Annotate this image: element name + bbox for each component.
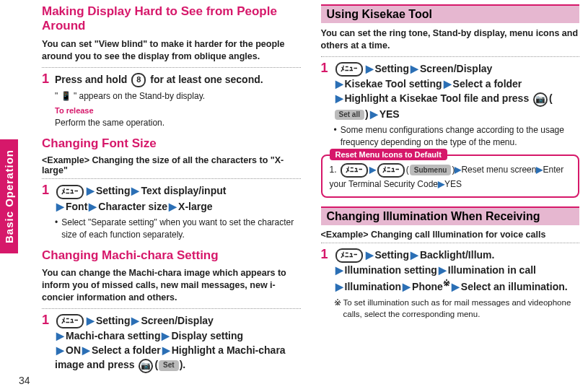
- rsec1-title: Using Kisekae Tool: [321, 4, 580, 23]
- path-font: Font: [66, 201, 87, 212]
- sec2-title: Changing Font Size: [42, 136, 301, 151]
- reset-box: Reset Menu Icons to Default 1. ﾒﾆｭｰ▶ﾒﾆｭｰ…: [321, 154, 580, 198]
- rsec1-intro: You can set the ring tone, Stand-by disp…: [321, 27, 580, 52]
- arrow-icon: ▶: [162, 330, 170, 341]
- arrow-icon: ▶: [56, 330, 64, 341]
- right-column: Using Kisekae Tool You can set the ring …: [318, 4, 580, 383]
- submenu-softkey-label: Submenu: [410, 165, 452, 175]
- rsec2-title: Changing Illumination When Receiving: [321, 206, 580, 225]
- arrow-icon: ▶: [444, 78, 452, 90]
- left-column: Making Display Hard to See from People A…: [42, 4, 304, 383]
- path-xlarge: X-large: [178, 201, 212, 212]
- path-setting: Setting: [96, 315, 130, 326]
- key-8-icon: 8: [131, 73, 146, 87]
- arrow-icon: ▶: [335, 281, 343, 292]
- arrow-icon: ▶: [169, 201, 177, 212]
- rsec1-step1: 1 ﾒﾆｭｰ▶Setting▶Screen/Display ▶Kisekae T…: [321, 61, 580, 149]
- divider: [321, 243, 580, 243]
- divider: [42, 67, 301, 68]
- section-tab: Basic Operation: [0, 139, 18, 253]
- path-select-folder: Select a folder: [453, 78, 522, 90]
- arrow-icon: ▶: [87, 315, 95, 326]
- path-machi-setting: Machi-chara setting: [66, 330, 160, 341]
- sec2-example: <Example> Changing the size of all the c…: [42, 155, 301, 175]
- release-label: To release: [55, 105, 301, 117]
- sec2-bullet: Select "Separate setting" when you want …: [55, 217, 301, 241]
- path-char-size: Character size: [98, 201, 167, 212]
- arrow-icon: ▶: [335, 78, 343, 90]
- path-illum-in-call: Illumination in call: [448, 264, 536, 276]
- arrow-icon: ▶: [335, 264, 343, 276]
- menu-key-icon: ﾒﾆｭｰ: [335, 248, 363, 263]
- arrow-icon: ▶: [162, 344, 170, 356]
- rsec2-example: <Example> Changing call Illumination for…: [321, 230, 580, 240]
- step-number: 1: [42, 72, 55, 129]
- arrow-icon: ▶: [439, 264, 447, 276]
- path-setting: Setting: [96, 185, 130, 196]
- menu-key-icon: ﾒﾆｭｰ: [377, 163, 405, 178]
- sec3-step1: 1 ﾒﾆｭｰ▶Setting▶Screen/Display ▶Machi-cha…: [42, 313, 301, 373]
- camera-key-icon: 📷: [533, 92, 548, 107]
- divider: [42, 308, 301, 309]
- step-text-a: Press and hold: [55, 74, 130, 85]
- divider: [321, 56, 580, 57]
- path-illumination: Illumination: [345, 281, 402, 292]
- page-number: 34: [19, 375, 30, 386]
- path-display-setting: Display setting: [171, 330, 243, 341]
- arrow-icon: ▶: [56, 344, 64, 356]
- arrow-icon: ▶: [131, 185, 139, 196]
- paren-open: (: [549, 92, 553, 104]
- path-screen-display: Screen/Display: [141, 315, 213, 326]
- path-kisekae-setting: Kisekae Tool setting: [345, 78, 442, 90]
- arrow-icon: ▶: [56, 201, 64, 212]
- step-number: 1: [42, 313, 55, 373]
- rsec2-note: To set illumination such as for mail mes…: [334, 297, 580, 320]
- arrow-icon: ▶: [366, 63, 374, 74]
- camera-key-icon: 📷: [139, 359, 153, 373]
- rsec1-bullet: Some menu configurations change accordin…: [334, 124, 580, 149]
- path-setting: Setting: [375, 63, 409, 74]
- set-softkey-label: Set: [159, 360, 179, 371]
- paren-open: (: [154, 359, 158, 370]
- arrow-icon: ▶: [366, 249, 374, 261]
- menu-key-icon: ﾒﾆｭｰ: [56, 185, 84, 199]
- sec1-step1: 1 Press and hold 8 for at least one seco…: [42, 72, 301, 129]
- arrow-icon: ▶: [370, 108, 378, 120]
- menu-key-icon: ﾒﾆｭｰ: [341, 163, 368, 178]
- path-setting: Setting: [375, 249, 409, 261]
- arrow-icon: ▶: [411, 249, 418, 261]
- arrow-icon: ▶: [89, 201, 97, 212]
- release-text: Perform the same operation.: [55, 117, 301, 129]
- step-number: 1: [42, 183, 55, 240]
- path-select-illum: Select an illumination.: [461, 281, 568, 292]
- arrow-icon: ▶: [438, 179, 444, 189]
- path-screen-display: Screen/Display: [420, 63, 492, 74]
- setall-softkey-label: Set all: [335, 110, 364, 121]
- arrow-icon: ▶: [403, 281, 411, 292]
- menu-key-icon: ﾒﾆｭｰ: [56, 314, 84, 328]
- arrow-icon: ▶: [335, 92, 343, 104]
- paren-close: ): [365, 108, 369, 120]
- step-number: 1: [321, 61, 334, 149]
- reset-path-1: Reset menu screen: [461, 165, 536, 175]
- reset-box-title: Reset Menu Icons to Default: [330, 149, 447, 160]
- path-highlight: Highlight a Kisekae Tool file and press: [345, 92, 532, 104]
- asterisk-mark: ※: [443, 278, 450, 287]
- rsec2-step1: 1 ﾒﾆｭｰ▶Setting▶Backlight/Illum. ▶Illumin…: [321, 248, 580, 321]
- reset-path-3: YES: [444, 179, 462, 189]
- sec3-intro: You can change the Machi-chara image whi…: [42, 267, 301, 304]
- menu-key-icon: ﾒﾆｭｰ: [335, 62, 363, 77]
- path-text-display: Text display/input: [141, 185, 226, 196]
- path-phone: Phone: [412, 281, 443, 292]
- arrow-icon: ▶: [82, 344, 90, 356]
- sec1-title: Making Display Hard to See from People A…: [42, 4, 301, 34]
- arrow-icon: ▶: [131, 315, 139, 326]
- arrow-icon: ▶: [411, 63, 418, 74]
- arrow-icon: ▶: [369, 165, 376, 175]
- paren-close: ).: [180, 359, 186, 370]
- divider: [42, 178, 301, 179]
- path-illum-setting: Illumination setting: [345, 264, 437, 276]
- sec2-step1: 1 ﾒﾆｭｰ▶Setting▶Text display/input ▶Font▶…: [42, 183, 301, 240]
- path-select-folder: Select a folder: [92, 344, 161, 356]
- path-on: ON: [66, 344, 81, 356]
